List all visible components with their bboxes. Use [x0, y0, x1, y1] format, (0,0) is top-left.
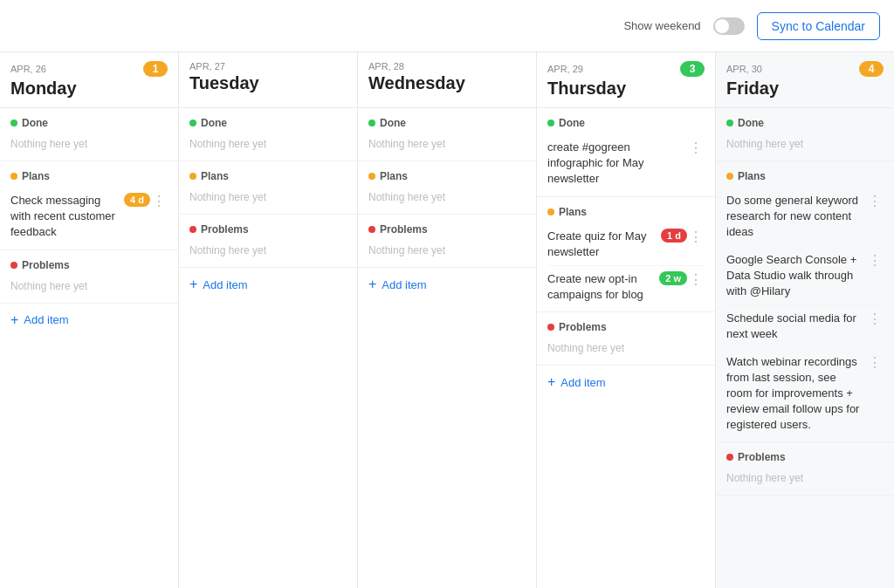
day-badge-friday: 4 — [859, 61, 884, 77]
task-text: Create new opt-in campaigns for blog — [547, 271, 659, 303]
task-item[interactable]: Create quiz for May newsletter1 d⋮ — [547, 223, 705, 266]
task-item[interactable]: Schedule social media for next week⋮ — [726, 305, 884, 348]
section-label: Plans — [559, 206, 587, 218]
add-item-button-tuesday[interactable]: +Add item — [179, 268, 258, 301]
weekend-toggle[interactable] — [713, 17, 745, 35]
task-menu-icon[interactable]: ⋮ — [866, 193, 884, 209]
task-text: Google Search Console + Data Studio walk… — [726, 252, 866, 300]
add-item-button-wednesday[interactable]: +Add item — [358, 268, 437, 301]
empty-placeholder: Nothing here yet — [726, 134, 884, 157]
section-wednesday-done: DoneNothing here yet — [358, 108, 536, 161]
section-tuesday-problems: ProblemsNothing here yet — [179, 215, 357, 268]
task-menu-icon[interactable]: ⋮ — [866, 252, 884, 269]
task-menu-icon[interactable]: ⋮ — [866, 311, 884, 327]
task-text: Check messaging with recent customer fee… — [10, 193, 124, 241]
add-item-label: Add item — [560, 376, 605, 389]
section-title-friday-plans: Plans — [726, 170, 884, 182]
add-item-button-monday[interactable]: +Add item — [0, 304, 79, 337]
empty-placeholder: Nothing here yet — [189, 134, 347, 157]
section-label: Plans — [22, 170, 50, 182]
sync-to-calendar-button[interactable]: Sync to Calendar — [757, 12, 880, 40]
section-label: Problems — [22, 259, 70, 271]
day-date-monday: APR, 26 — [10, 64, 46, 74]
section-title-wednesday-plans: Plans — [368, 170, 526, 182]
day-col-friday: APR, 304FridayDoneNothing here yetPlansD… — [716, 52, 894, 588]
dot-red — [547, 324, 554, 331]
add-item-label: Add item — [24, 313, 68, 326]
plus-icon: + — [547, 374, 555, 390]
empty-placeholder: Nothing here yet — [189, 188, 347, 210]
section-title-wednesday-done: Done — [368, 117, 526, 129]
empty-placeholder: Nothing here yet — [368, 241, 526, 263]
section-title-tuesday-done: Done — [189, 117, 347, 129]
add-item-button-thursday[interactable]: +Add item — [537, 366, 616, 399]
plus-icon: + — [189, 277, 197, 292]
day-header-monday: APR, 261Monday — [0, 52, 178, 108]
section-title-monday-problems: Problems — [10, 259, 168, 271]
day-body-tuesday: DoneNothing here yetPlansNothing here ye… — [179, 108, 357, 588]
section-tuesday-done: DoneNothing here yet — [179, 108, 357, 161]
dot-green — [10, 120, 17, 126]
day-name-wednesday: Wednesday — [368, 73, 526, 93]
day-date-tuesday: APR, 27 — [189, 61, 225, 72]
section-title-friday-done: Done — [726, 117, 884, 129]
dot-red — [10, 262, 17, 269]
task-item[interactable]: Do some general keyword research for new… — [726, 188, 884, 247]
section-title-friday-problems: Problems — [726, 451, 884, 463]
plus-icon: + — [10, 312, 18, 328]
empty-placeholder: Nothing here yet — [189, 241, 347, 263]
day-date-wednesday: APR, 28 — [368, 61, 404, 72]
day-body-thursday: Donecreate #gogreen infographic for May … — [537, 108, 715, 588]
section-friday-plans: PlansDo some general keyword research fo… — [716, 161, 894, 442]
day-header-thursday: APR, 293Thursday — [537, 52, 715, 108]
section-title-tuesday-problems: Problems — [189, 223, 347, 236]
day-col-monday: APR, 261MondayDoneNothing here yetPlansC… — [0, 52, 179, 588]
calendar-grid: APR, 261MondayDoneNothing here yetPlansC… — [0, 52, 894, 588]
section-monday-problems: ProblemsNothing here yet — [0, 250, 178, 304]
section-tuesday-plans: PlansNothing here yet — [179, 161, 357, 215]
task-text: Watch webinar recordings from last sessi… — [726, 354, 866, 434]
task-menu-icon[interactable]: ⋮ — [687, 229, 705, 245]
section-title-monday-done: Done — [10, 117, 168, 129]
empty-placeholder: Nothing here yet — [547, 338, 705, 361]
section-label: Problems — [201, 223, 249, 236]
section-wednesday-problems: ProblemsNothing here yet — [358, 215, 536, 268]
dot-red — [368, 226, 375, 233]
dot-green — [189, 120, 196, 126]
section-title-thursday-plans: Plans — [547, 206, 705, 218]
task-item[interactable]: create #gogreen infographic for May news… — [547, 134, 705, 193]
task-menu-icon[interactable]: ⋮ — [687, 140, 705, 156]
section-monday-plans: PlansCheck messaging with recent custome… — [0, 161, 178, 250]
day-header-tuesday: APR, 27Tuesday — [179, 52, 357, 108]
dot-green — [547, 120, 554, 126]
task-badge: 1 d — [661, 229, 687, 243]
task-text: Schedule social media for next week — [726, 311, 866, 342]
day-name-monday: Monday — [10, 79, 168, 99]
empty-placeholder: Nothing here yet — [10, 134, 168, 157]
day-header-wednesday: APR, 28Wednesday — [358, 52, 536, 108]
dot-green — [726, 120, 733, 126]
show-weekend-label: Show weekend — [623, 19, 700, 32]
day-name-tuesday: Tuesday — [189, 73, 347, 93]
day-date-thursday: APR, 29 — [547, 64, 583, 74]
task-item[interactable]: Google Search Console + Data Studio walk… — [726, 247, 884, 306]
empty-placeholder: Nothing here yet — [368, 134, 526, 157]
task-text: Do some general keyword research for new… — [726, 193, 866, 241]
task-menu-icon[interactable]: ⋮ — [866, 354, 884, 371]
top-bar: Show weekend Sync to Calendar — [0, 0, 894, 52]
section-friday-problems: ProblemsNothing here yet — [716, 442, 894, 496]
task-item[interactable]: Create new opt-in campaigns for blog2 w⋮ — [547, 266, 705, 308]
dot-orange — [10, 173, 17, 180]
day-header-friday: APR, 304Friday — [716, 52, 894, 108]
dot-green — [368, 120, 375, 126]
task-item[interactable]: Watch webinar recordings from last sessi… — [726, 349, 884, 439]
task-item[interactable]: Check messaging with recent customer fee… — [10, 188, 168, 246]
section-monday-done: DoneNothing here yet — [0, 108, 178, 161]
task-menu-icon[interactable]: ⋮ — [150, 193, 168, 209]
section-title-thursday-problems: Problems — [547, 321, 705, 333]
task-menu-icon[interactable]: ⋮ — [687, 271, 705, 288]
dot-orange — [726, 173, 733, 180]
section-friday-done: DoneNothing here yet — [716, 108, 894, 161]
dot-orange — [547, 209, 554, 215]
day-body-monday: DoneNothing here yetPlansCheck messaging… — [0, 108, 178, 588]
